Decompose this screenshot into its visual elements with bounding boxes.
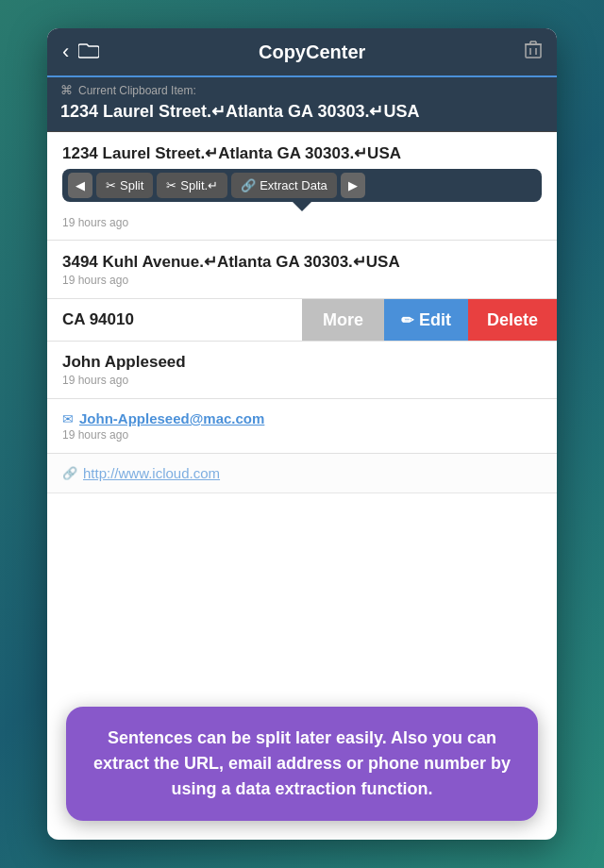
edit-button[interactable]: ✏ Edit bbox=[384, 299, 468, 341]
item-text: John Appleseed bbox=[62, 353, 542, 372]
list-item[interactable]: ✉ John-Appleseed@mac.com 19 hours ago bbox=[47, 399, 557, 454]
header-title: CopyCenter bbox=[99, 42, 525, 63]
list-item[interactable]: 3494 Kuhl Avenue.↵Atlanta GA 30303.↵USA … bbox=[47, 241, 557, 299]
item-text: 3494 Kuhl Avenue.↵Atlanta GA 30303.↵USA bbox=[62, 252, 542, 272]
toolbar-prev-button[interactable]: ◀ bbox=[68, 173, 92, 198]
svg-rect-0 bbox=[526, 44, 541, 58]
item-text: 1234 Laurel Street.↵Atlanta GA 30303.↵US… bbox=[62, 143, 542, 163]
item-text: CA 94010 bbox=[62, 310, 287, 329]
tooltip-box: Sentences can be split later easily. Als… bbox=[66, 707, 538, 821]
delete-button[interactable]: Delete bbox=[468, 299, 557, 341]
list-item[interactable]: 🔗 http://www.icloud.com bbox=[47, 454, 557, 493]
back-icon[interactable]: ‹ bbox=[62, 40, 69, 64]
clipboard-bar: ⌘ Current Clipboard Item: 1234 Laurel St… bbox=[47, 77, 557, 132]
item-time: 19 hours ago bbox=[62, 428, 542, 442]
toolbar-next-button[interactable]: ▶ bbox=[341, 173, 365, 198]
list-item[interactable]: John Appleseed 19 hours ago bbox=[47, 342, 557, 399]
folder-icon[interactable] bbox=[78, 42, 99, 63]
trash-icon[interactable] bbox=[525, 41, 542, 64]
item-email: John-Appleseed@mac.com bbox=[79, 410, 264, 426]
swipe-item-content[interactable]: CA 94010 bbox=[47, 299, 302, 341]
swipe-actions: More ✏ Edit Delete bbox=[302, 299, 557, 341]
toolbar-split-button[interactable]: ✂ Split bbox=[96, 173, 153, 198]
link-icon: 🔗 bbox=[62, 466, 77, 480]
more-button[interactable]: More bbox=[302, 299, 384, 341]
header-left: ‹ bbox=[62, 40, 99, 64]
email-icon: ✉ bbox=[62, 411, 74, 426]
pencil-icon: ✏ bbox=[401, 311, 413, 329]
toolbar-split-newline-button[interactable]: ✂ Split.↵ bbox=[157, 173, 227, 198]
link-icon: 🔗 bbox=[241, 178, 256, 192]
scissors-icon: ✂ bbox=[106, 178, 116, 192]
scissors-newline-icon: ✂ bbox=[166, 178, 176, 192]
clipboard-label: ⌘ Current Clipboard Item: bbox=[60, 83, 544, 97]
swipe-item-row: CA 94010 More ✏ Edit Delete bbox=[47, 299, 557, 342]
tooltip-text: Sentences can be split later easily. Als… bbox=[87, 726, 517, 802]
item-time: 19 hours ago bbox=[62, 374, 542, 387]
header-bar: ‹ CopyCenter bbox=[47, 28, 557, 77]
list-area: 1234 Laurel Street.↵Atlanta GA 30303.↵US… bbox=[47, 132, 557, 493]
clipboard-content: 1234 Laurel Street.↵Atlanta GA 30303.↵US… bbox=[60, 101, 544, 122]
toolbar-popup: ◀ ✂ Split ✂ Split.↵ 🔗 Extract Data ▶ bbox=[62, 169, 542, 202]
phone-frame: ‹ CopyCenter ⌘ Current Clipboard I bbox=[47, 28, 557, 840]
item-url: http://www.icloud.com bbox=[83, 465, 220, 481]
list-item[interactable]: 1234 Laurel Street.↵Atlanta GA 30303.↵US… bbox=[47, 132, 557, 211]
item-time: 19 hours ago bbox=[62, 274, 542, 287]
toolbar-extract-button[interactable]: 🔗 Extract Data bbox=[231, 173, 337, 198]
list-item-time-row: 19 hours ago bbox=[47, 211, 557, 241]
item-time: 19 hours ago bbox=[62, 216, 128, 229]
